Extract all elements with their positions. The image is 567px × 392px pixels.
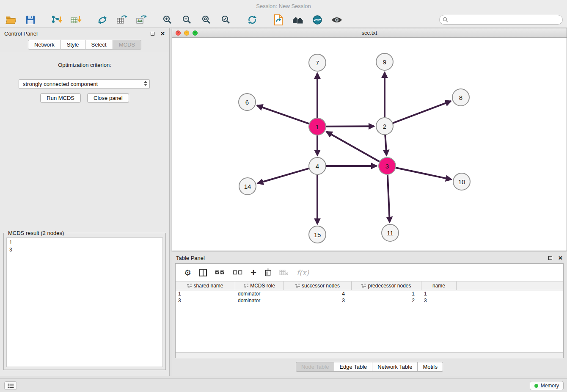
graph-node-2[interactable]: 2 [376, 118, 393, 135]
tab-mcds[interactable]: MCDS [113, 40, 141, 50]
table-panel-content: ⚙ + f(x) shared name [175, 263, 564, 358]
tab-motifs[interactable]: Motifs [418, 362, 443, 372]
table-row[interactable]: 3 dominator 3 2 3 [176, 297, 563, 304]
column-header-predecessor-nodes[interactable]: predecessor nodes [352, 282, 421, 290]
network-window-titlebar[interactable]: ✕ − + scc.txt [172, 28, 567, 38]
cell-mcds-role[interactable]: dominator [235, 298, 284, 304]
unselect-all-columns-icon[interactable] [233, 270, 242, 276]
graph-edge-1-6[interactable] [257, 105, 309, 124]
mcds-result-list[interactable]: 1 3 [6, 237, 163, 367]
search-icon [443, 17, 448, 22]
table-panel-header: Table Panel ✕ [172, 252, 567, 263]
float-table-panel-icon[interactable] [548, 256, 552, 260]
cell-shared-name[interactable]: 3 [176, 298, 235, 304]
mcds-result-title: MCDS result (2 nodes) [6, 230, 66, 236]
graph-node-9[interactable]: 9 [376, 53, 393, 70]
close-table-panel-icon[interactable]: ✕ [558, 255, 563, 261]
eye-icon[interactable] [330, 14, 344, 26]
graph-edge-3-10[interactable] [396, 168, 451, 179]
graph-node-7[interactable]: 7 [309, 54, 326, 71]
export-table-icon[interactable] [115, 14, 129, 26]
memory-label: Memory [541, 383, 559, 389]
create-column-icon[interactable]: + [250, 268, 256, 278]
import-table-icon[interactable] [69, 14, 83, 26]
function-builder-icon: f(x) [297, 268, 309, 277]
select-all-columns-icon[interactable] [215, 270, 225, 276]
close-panel-button[interactable]: Close panel [87, 93, 129, 103]
task-history-button[interactable] [4, 381, 17, 390]
column-header-mcds-role[interactable]: MCDS role [235, 282, 284, 290]
cell-shared-name[interactable]: 1 [176, 291, 235, 297]
table-horizontal-scrollbar[interactable] [176, 352, 563, 358]
column-label: name [432, 283, 445, 289]
delete-column-icon[interactable] [264, 268, 271, 276]
open-session-icon[interactable] [4, 14, 18, 26]
column-header-successor-nodes[interactable]: successor nodes [284, 282, 352, 290]
graph-node-14[interactable]: 14 [239, 178, 256, 195]
table-settings-gear-icon[interactable]: ⚙ [184, 268, 191, 277]
cell-name[interactable]: 3 [421, 298, 457, 304]
tab-edge-table[interactable]: Edge Table [334, 362, 372, 372]
column-header-shared-name[interactable]: shared name [176, 282, 235, 290]
graph-edge-4-14[interactable] [258, 168, 309, 183]
show-columns-icon[interactable] [199, 269, 207, 276]
graph-node-3[interactable]: 3 [379, 157, 396, 174]
sort-icon [361, 284, 366, 288]
network-graph-svg[interactable]: 7968124310141511 [172, 38, 567, 251]
network-arrows-icon[interactable] [96, 14, 109, 26]
refresh-icon[interactable] [245, 14, 259, 26]
cell-predecessor-nodes[interactable]: 1 [352, 291, 421, 297]
graph-node-4[interactable]: 4 [309, 157, 326, 174]
cell-successor-nodes[interactable]: 4 [284, 291, 352, 297]
memory-status-icon [534, 384, 538, 388]
cell-successor-nodes[interactable]: 3 [284, 298, 352, 304]
close-panel-icon[interactable]: ✕ [160, 30, 165, 37]
graph-edge-3-11[interactable] [388, 175, 390, 222]
graph-node-1[interactable]: 1 [309, 118, 326, 135]
criterion-select[interactable]: strongly connected component [19, 79, 150, 89]
cell-name[interactable]: 1 [421, 291, 457, 297]
zoom-selected-icon[interactable] [219, 14, 233, 26]
cell-mcds-role[interactable]: dominator [235, 291, 284, 297]
home-icon[interactable] [291, 14, 305, 26]
save-session-icon[interactable] [24, 14, 37, 26]
column-label: MCDS role [250, 283, 275, 289]
graph-node-11[interactable]: 11 [382, 224, 399, 241]
graph-node-6[interactable]: 6 [239, 94, 256, 110]
search-input[interactable] [439, 15, 563, 25]
tab-network[interactable]: Network [28, 40, 61, 50]
graph-edge-2-8[interactable] [393, 101, 451, 123]
tab-select[interactable]: Select [85, 40, 113, 50]
tab-node-table[interactable]: Node Table [296, 362, 335, 372]
window-title: Session: New Session [256, 3, 311, 9]
graph-edge-2-3[interactable] [385, 135, 386, 155]
tab-style[interactable]: Style [61, 40, 85, 50]
mcds-panel-body: Optimization criterion: strongly connect… [0, 52, 169, 376]
cell-predecessor-nodes[interactable]: 2 [352, 298, 421, 304]
tab-network-table[interactable]: Network Table [372, 362, 418, 372]
graph-edge-3-1[interactable] [327, 132, 380, 161]
zoom-in-icon[interactable] [161, 14, 174, 26]
sort-icon [295, 284, 300, 288]
graph-node-label: 4 [316, 163, 319, 170]
network-window-title: scc.txt [172, 30, 567, 36]
table-row[interactable]: 1 dominator 4 1 1 [176, 290, 563, 297]
graph-node-8[interactable]: 8 [452, 89, 469, 106]
run-mcds-button[interactable]: Run MCDS [40, 93, 81, 103]
graph-edge-1-2[interactable] [326, 126, 374, 127]
float-panel-icon[interactable] [151, 32, 154, 36]
memory-button[interactable]: Memory [530, 381, 564, 390]
network-canvas[interactable]: 7968124310141511 [172, 38, 567, 251]
zoom-out-icon[interactable] [180, 14, 194, 26]
graph-node-15[interactable]: 15 [309, 226, 326, 243]
list-icon [8, 384, 14, 388]
graph-node-10[interactable]: 10 [453, 173, 470, 190]
export-image-icon[interactable] [135, 14, 148, 26]
style-badge-icon[interactable] [311, 14, 324, 26]
graph-node-label: 9 [383, 58, 386, 66]
control-panel-title: Control Panel [4, 30, 38, 37]
report-page-icon[interactable] [272, 14, 285, 26]
import-network-icon[interactable] [50, 14, 63, 26]
zoom-fit-icon[interactable] [200, 14, 213, 26]
column-header-name[interactable]: name [421, 282, 457, 290]
